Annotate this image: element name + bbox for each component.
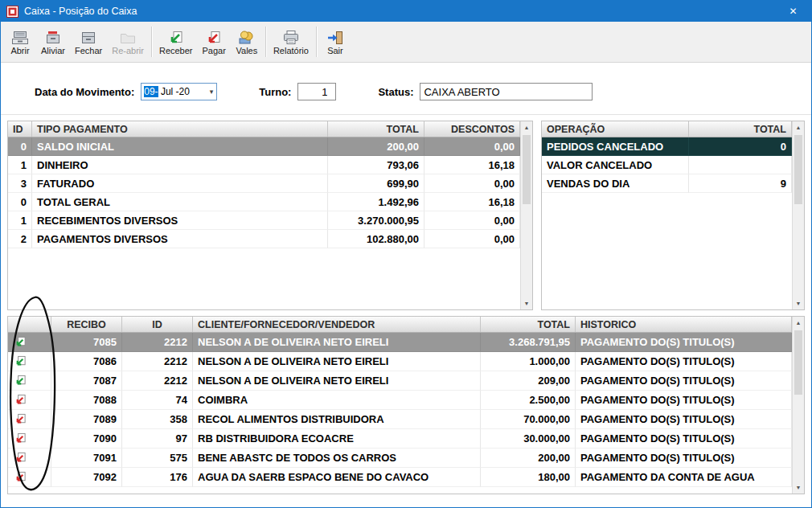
chevron-down-icon[interactable]: ▾ <box>207 88 217 96</box>
receipts-header-row: RECIBO ID CLIENTE/FORNECEDOR/VENDEDOR TO… <box>8 317 792 333</box>
receipt-id-cell: 2212 <box>122 371 193 391</box>
scroll-down-icon[interactable]: ▼ <box>793 481 804 494</box>
date-rest-text: Jul -20 <box>158 86 190 97</box>
toolbar-button-fechar[interactable]: Fechar <box>70 23 107 60</box>
client-cell: AGUA DA SAERB ESPACO BENE DO CAVACO <box>193 468 481 487</box>
receipt-total-cell: 30.000,00 <box>481 429 576 449</box>
scroll-down-icon[interactable]: ▼ <box>793 297 804 309</box>
operations-scrollbar[interactable]: ▲ ▼ <box>792 121 804 309</box>
receipt-total-cell: 3.268.791,95 <box>481 333 576 352</box>
operation-name-cell: VENDAS DO DIA <box>542 174 689 193</box>
toolbar-button-receber[interactable]: Receber <box>154 23 198 60</box>
payment-id-cell: 0 <box>8 193 32 211</box>
header-icon-column[interactable] <box>8 317 51 332</box>
operation-total-cell: 0 <box>689 137 792 156</box>
close-button[interactable]: ✕ <box>775 1 811 22</box>
toolbar-button-pagar[interactable]: Pagar <box>198 23 231 60</box>
receipt-row[interactable]: 70852212NELSON A DE OLIVEIRA NETO EIRELI… <box>8 333 792 352</box>
header-total[interactable]: TOTAL <box>328 121 424 137</box>
pay-arrow-icon <box>8 391 51 410</box>
receive-arrow-icon <box>8 333 51 352</box>
header-id[interactable]: ID <box>122 317 193 332</box>
receipt-row[interactable]: 7092176AGUA DA SAERB ESPACO BENE DO CAVA… <box>8 468 792 487</box>
toolbar-button-vales[interactable]: Vales <box>231 23 263 60</box>
receipt-row[interactable]: 708874COIMBRA2.500,00PAGAMENTO DO(S) TIT… <box>8 391 792 410</box>
operations-row[interactable]: VALOR CANCELADO <box>542 156 792 174</box>
movement-form: Data do Movimento: 09- Jul -20 ▾ Turno: … <box>1 63 811 114</box>
header-total[interactable]: TOTAL <box>481 317 576 332</box>
header-total[interactable]: TOTAL <box>689 121 792 137</box>
pay-arrow-icon <box>8 449 51 468</box>
historic-cell: PAGAMENTO DO(S) TITULO(S) <box>576 449 792 468</box>
receipt-total-cell: 180,00 <box>481 468 576 487</box>
receipts-scrollbar[interactable]: ▲ ▼ <box>792 317 804 494</box>
scroll-down-icon[interactable]: ▼ <box>521 297 532 309</box>
header-historico[interactable]: HISTORICO <box>576 317 792 332</box>
toolbar-separator <box>151 27 152 57</box>
receipt-row[interactable]: 70872212NELSON A DE OLIVEIRA NETO EIRELI… <box>8 371 792 391</box>
operations-header-row: OPERAÇÃO TOTAL <box>542 121 792 137</box>
toolbar-button-relatorio[interactable]: Relatório <box>269 23 314 60</box>
receipt-number-cell: 7092 <box>51 468 122 487</box>
receive-arrow-icon <box>8 352 51 371</box>
pay-arrow-icon <box>8 429 51 449</box>
payments-scrollbar[interactable]: ▲ ▼ <box>520 121 532 309</box>
toolbar-button-label: Pagar <box>203 46 226 55</box>
scroll-up-icon[interactable]: ▲ <box>793 317 804 329</box>
payment-type-cell: RECEBIMENTOS DIVERSOS <box>32 211 328 230</box>
payments-body: 0SALDO INICIAL200,000,001DINHEIRO793,061… <box>8 137 520 248</box>
scrollbar-track[interactable] <box>793 329 804 481</box>
make-payment-icon <box>207 29 221 45</box>
receipt-row[interactable]: 7089358RECOL ALIMENTOS DISTRIBUIDORA70.0… <box>8 410 792 429</box>
caixa-window: Caixa - Posição do Caixa ✕ Abrir Aliviar… <box>0 0 812 508</box>
payment-desconto-cell: 0,00 <box>424 211 520 230</box>
payments-row[interactable]: 3FATURADO699,900,00 <box>8 174 520 193</box>
payments-row[interactable]: 2PAGAMENTOS DIVERSOS102.880,000,00 <box>8 230 520 248</box>
client-cell: RB DISTRIBUIDORA ECOACRE <box>193 429 481 449</box>
receive-payment-icon <box>169 29 183 45</box>
header-descontos[interactable]: DESCONTOS <box>424 121 520 137</box>
payments-row[interactable]: 0SALDO INICIAL200,000,00 <box>8 137 520 156</box>
client-cell: NELSON A DE OLIVEIRA NETO EIRELI <box>193 333 481 352</box>
payment-id-cell: 2 <box>8 230 32 248</box>
toolbar-button-abrir[interactable]: Abrir <box>4 23 36 60</box>
scrollbar-thumb[interactable] <box>794 135 802 204</box>
receipt-number-cell: 7085 <box>51 333 122 352</box>
receipt-row[interactable]: 70862212NELSON A DE OLIVEIRA NETO EIRELI… <box>8 352 792 371</box>
toolbar-button-aliviar[interactable]: Aliviar <box>36 23 70 60</box>
scrollbar-track[interactable] <box>793 133 804 297</box>
payments-row[interactable]: 1DINHEIRO793,0616,18 <box>8 156 520 174</box>
client-cell: NELSON A DE OLIVEIRA NETO EIRELI <box>193 352 481 371</box>
historic-cell: PAGAMENTO DA CONTA DE AGUA <box>576 468 792 487</box>
status-input[interactable] <box>420 83 593 100</box>
operations-row[interactable]: PEDIDOS CANCELADO0 <box>542 137 792 156</box>
scroll-up-icon[interactable]: ▲ <box>793 121 804 133</box>
turno-input[interactable] <box>297 83 336 100</box>
payments-row[interactable]: 0TOTAL GERAL1.492,9616,18 <box>8 193 520 211</box>
client-cell: COIMBRA <box>193 391 481 410</box>
scrollbar-track[interactable] <box>521 133 532 297</box>
payment-desconto-cell: 16,18 <box>424 156 520 174</box>
header-operacao[interactable]: OPERAÇÃO <box>542 121 689 137</box>
scrollbar-thumb[interactable] <box>523 135 531 204</box>
receipts-panel: RECIBO ID CLIENTE/FORNECEDOR/VENDEDOR TO… <box>7 316 805 494</box>
header-cliente[interactable]: CLIENTE/FORNECEDOR/VENDEDOR <box>193 317 481 332</box>
header-tipo-pagamento[interactable]: TIPO PAGAMENTO <box>32 121 328 137</box>
header-id[interactable]: ID <box>8 121 32 137</box>
scrollbar-thumb[interactable] <box>794 330 802 395</box>
toolbar-button-label: Receber <box>159 46 193 55</box>
date-combobox[interactable]: 09- Jul -20 ▾ <box>141 83 217 100</box>
operation-name-cell: VALOR CANCELADO <box>542 156 689 174</box>
scroll-up-icon[interactable]: ▲ <box>521 121 532 133</box>
toolbar-button-sair[interactable]: Sair <box>319 23 351 60</box>
receipt-row[interactable]: 709097RB DISTRIBUIDORA ECOACRE30.000,00P… <box>8 429 792 449</box>
payments-row[interactable]: 1RECEBIMENTOS DIVERSOS3.270.000,950,00 <box>8 211 520 230</box>
receipt-row[interactable]: 7091575BENE ABASTC DE TODOS OS CARROS200… <box>8 449 792 468</box>
header-recibo[interactable]: RECIBO <box>51 317 122 332</box>
payment-total-cell: 699,90 <box>328 174 424 193</box>
payment-id-cell: 0 <box>8 137 32 156</box>
operations-row[interactable]: VENDAS DO DIA9 <box>542 174 792 193</box>
receipts-section: RECIBO ID CLIENTE/FORNECEDOR/VENDEDOR TO… <box>1 316 811 494</box>
open-cash-drawer-icon <box>12 29 28 45</box>
toolbar: Abrir Aliviar Fechar Re-abrir Receber Pa… <box>1 22 811 63</box>
